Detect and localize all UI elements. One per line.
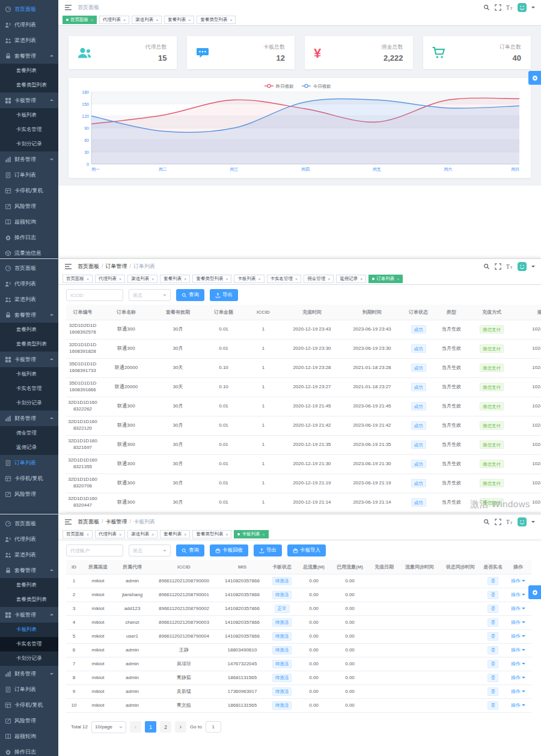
tab-套餐类型列表[interactable]: 套餐类型列表×: [197, 16, 236, 24]
close-icon[interactable]: ×: [328, 277, 330, 281]
stat-card-message[interactable]: 卡板总数12: [187, 36, 295, 69]
sidebar-item-流量池信息[interactable]: 流量池信息: [0, 245, 58, 258]
row-actions-link[interactable]: 操作: [511, 606, 525, 611]
sidebar-item-套餐管理[interactable]: 套餐管理: [0, 562, 58, 578]
tab-渠道列表[interactable]: 渠道列表×: [127, 530, 157, 538]
tab-代理列表[interactable]: 代理列表×: [95, 530, 125, 538]
sidebar-item-订单列表[interactable]: 订单列表: [0, 167, 58, 183]
font-size-icon[interactable]: TT: [506, 263, 513, 270]
导出-button[interactable]: 导出: [254, 544, 282, 556]
sidebar-item-风险管理[interactable]: 风险管理: [0, 486, 58, 502]
close-icon[interactable]: ×: [225, 532, 228, 537]
sidebar-item-首页面板[interactable]: 首页面板: [0, 516, 58, 531]
sidebar-item-佣金管理[interactable]: 佣金管理: [0, 426, 58, 440]
sidebar-item-订单列表[interactable]: 订单列表: [0, 455, 58, 471]
close-icon[interactable]: ×: [119, 532, 121, 537]
prev-page-button[interactable]: ‹: [130, 721, 141, 733]
close-icon[interactable]: ×: [295, 277, 298, 281]
tab-卡板列表[interactable]: 卡板列表×: [234, 275, 264, 283]
close-icon[interactable]: ×: [123, 18, 126, 22]
close-icon[interactable]: ×: [87, 532, 89, 537]
row-actions-link[interactable]: 操作: [511, 661, 525, 666]
sidebar-item-风险管理[interactable]: 风险管理: [0, 198, 58, 214]
sidebar-item-代理列表[interactable]: 代理列表: [0, 17, 58, 32]
sidebar-item-卡停机/复机[interactable]: 卡停机/复机: [0, 697, 58, 713]
sidebar-item-卡停机/复机[interactable]: 卡停机/复机: [0, 183, 58, 198]
status-select[interactable]: 状态: [129, 544, 171, 556]
row-actions-link[interactable]: 操作: [511, 689, 525, 694]
tab-卡板列表[interactable]: 卡板列表×: [234, 530, 268, 538]
status-select[interactable]: 状态: [129, 289, 171, 301]
stat-card-money[interactable]: ¥佣金总数2,222: [305, 36, 413, 69]
tab-套餐类型列表[interactable]: 套餐类型列表×: [192, 530, 231, 538]
breadcrumb-item[interactable]: 首页面板: [78, 518, 99, 526]
tab-渠道列表[interactable]: 渠道列表×: [132, 16, 162, 24]
sidebar-item-套餐列表[interactable]: 套餐列表: [0, 578, 58, 593]
close-icon[interactable]: ×: [119, 277, 121, 281]
avatar[interactable]: [518, 3, 527, 12]
sidebar-item-卡板列表[interactable]: 卡板列表: [0, 623, 58, 637]
close-icon[interactable]: ×: [151, 532, 154, 537]
sidebar-item-卡板列表[interactable]: 卡板列表: [0, 108, 58, 123]
close-icon[interactable]: ×: [225, 277, 228, 281]
close-icon[interactable]: ×: [258, 277, 260, 281]
sidebar-item-超额轮询[interactable]: 超额轮询: [0, 214, 58, 230]
row-actions-link[interactable]: 操作: [511, 578, 525, 584]
sidebar-item-套餐管理[interactable]: 套餐管理: [0, 48, 58, 64]
sidebar-item-操作日志[interactable]: 操作日志: [0, 744, 58, 756]
sidebar-item-首页面板[interactable]: 首页面板: [0, 1, 58, 17]
avatar[interactable]: [518, 517, 527, 526]
导出-button[interactable]: 导出: [210, 289, 238, 301]
chevron-down-icon[interactable]: [531, 266, 535, 269]
search-input[interactable]: [66, 544, 123, 556]
breadcrumb-item[interactable]: 首页面板: [78, 263, 99, 270]
sidebar-item-渠道列表[interactable]: 渠道列表: [0, 291, 58, 307]
page-button-1[interactable]: 1: [145, 721, 156, 733]
font-size-icon[interactable]: TT: [506, 519, 513, 525]
stat-card-people[interactable]: 代理总数15: [69, 36, 177, 69]
row-actions-link[interactable]: 操作: [511, 592, 525, 597]
tab-佣金管理[interactable]: 佣金管理×: [304, 275, 334, 283]
close-icon[interactable]: ×: [91, 18, 93, 22]
卡板回收-button[interactable]: 卡板回收: [210, 544, 248, 556]
sidebar-item-卡板管理[interactable]: 卡板管理: [0, 93, 58, 108]
tab-套餐类型列表[interactable]: 套餐类型列表×: [192, 275, 231, 283]
breadcrumb-item[interactable]: 卡板管理: [106, 518, 127, 526]
search-icon[interactable]: [483, 519, 490, 525]
tab-首页面板[interactable]: 首页面板×: [63, 275, 93, 283]
sidebar-item-代理列表[interactable]: 代理列表: [0, 276, 58, 291]
close-icon[interactable]: ×: [184, 532, 186, 537]
sidebar-item-卡实名管理[interactable]: 卡实名管理: [0, 382, 58, 396]
hamburger-icon[interactable]: [64, 519, 72, 525]
tab-代理列表[interactable]: 代理列表×: [99, 16, 129, 24]
tab-套餐列表[interactable]: 套餐列表×: [160, 275, 190, 283]
settings-gear-button[interactable]: [528, 585, 541, 599]
search-icon[interactable]: [483, 4, 490, 11]
close-icon[interactable]: ×: [184, 277, 186, 281]
tab-返佣记录[interactable]: 返佣记录×: [336, 275, 366, 283]
close-icon[interactable]: ×: [87, 277, 89, 281]
sidebar-item-卡板管理[interactable]: 卡板管理: [0, 352, 58, 367]
row-actions-link[interactable]: 操作: [511, 703, 525, 708]
sidebar-item-渠道列表[interactable]: 渠道列表: [0, 32, 58, 48]
sidebar-item-财务管理[interactable]: 财务管理: [0, 410, 58, 426]
chevron-down-icon[interactable]: [531, 521, 535, 525]
sidebar-item-套餐列表[interactable]: 套餐列表: [0, 323, 58, 337]
查询-button[interactable]: 查询: [176, 289, 204, 301]
sidebar-item-套餐列表[interactable]: 套餐列表: [0, 64, 58, 78]
search-icon[interactable]: [483, 263, 490, 270]
tab-渠道列表[interactable]: 渠道列表×: [127, 275, 157, 283]
tab-卡实名管理[interactable]: 卡实名管理×: [267, 275, 302, 283]
sidebar-item-风险管理[interactable]: 风险管理: [0, 713, 58, 728]
close-icon[interactable]: ×: [230, 18, 232, 22]
chevron-down-icon[interactable]: [531, 7, 535, 10]
close-icon[interactable]: ×: [360, 277, 362, 281]
sidebar-item-卡实名管理[interactable]: 卡实名管理: [0, 123, 58, 137]
sidebar-item-财务管理[interactable]: 财务管理: [0, 151, 58, 167]
hamburger-icon[interactable]: [64, 263, 72, 270]
row-actions-link[interactable]: 操作: [511, 647, 525, 653]
sidebar-item-卡板列表[interactable]: 卡板列表: [0, 367, 58, 382]
settings-gear-button[interactable]: [528, 71, 541, 85]
font-size-icon[interactable]: TT: [506, 4, 513, 11]
close-icon[interactable]: ×: [156, 18, 158, 22]
